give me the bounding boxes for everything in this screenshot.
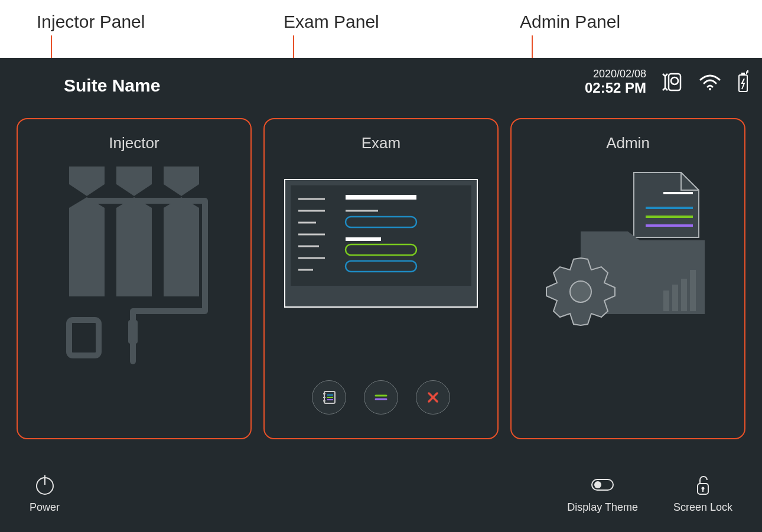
svg-point-1	[709, 88, 711, 90]
topbar: Suite Name 2020/02/08 02:52 PM	[0, 58, 762, 99]
injector-title: Injector	[18, 134, 250, 152]
bottombar: Power Display Theme Screen Lock	[0, 473, 762, 520]
suite-name: Suite Name	[64, 76, 160, 96]
list-button[interactable]	[364, 380, 398, 414]
power-label: Power	[30, 501, 60, 514]
svg-rect-37	[672, 285, 678, 311]
svg-rect-18	[346, 237, 381, 241]
diagram-callouts: Injector Panel Exam Panel Admin Panel	[0, 0, 762, 58]
svg-rect-0	[669, 74, 680, 90]
lock-label: Screen Lock	[673, 501, 732, 514]
battery-icon	[736, 70, 750, 94]
notebook-button[interactable]	[312, 380, 346, 414]
display-theme-toggle[interactable]: Display Theme	[567, 473, 638, 514]
connection-icon	[660, 70, 684, 94]
unlock-icon	[673, 473, 732, 497]
callout-injector: Injector Panel	[37, 12, 145, 32]
injector-panel[interactable]: Injector	[17, 118, 252, 439]
status-area: 2020/02/08 02:52 PM	[585, 68, 750, 96]
toggle-icon	[567, 473, 638, 497]
injector-graphic	[18, 167, 250, 438]
svg-rect-36	[663, 291, 669, 311]
svg-rect-4	[69, 320, 99, 355]
svg-point-44	[594, 481, 601, 488]
svg-rect-7	[291, 185, 471, 286]
svg-rect-3	[741, 73, 745, 75]
exam-panel[interactable]: Exam	[263, 118, 499, 439]
admin-panel[interactable]: Admin	[510, 118, 745, 439]
svg-rect-39	[690, 270, 696, 311]
screen-lock-button[interactable]: Screen Lock	[673, 473, 732, 514]
admin-title: Admin	[512, 134, 744, 152]
status-time: 02:52 PM	[585, 80, 646, 96]
exam-title: Exam	[265, 134, 497, 152]
close-button[interactable]	[416, 380, 450, 414]
power-icon	[30, 473, 60, 497]
admin-graphic	[512, 167, 744, 438]
svg-rect-5	[128, 320, 138, 344]
callout-admin: Admin Panel	[520, 12, 620, 32]
app-shell: Suite Name 2020/02/08 02:52 PM	[0, 58, 762, 532]
exam-action-buttons	[265, 380, 497, 414]
power-button[interactable]: Power	[30, 473, 60, 514]
status-date: 2020/02/08	[585, 68, 646, 80]
datetime: 2020/02/08 02:52 PM	[585, 68, 646, 96]
callout-exam: Exam Panel	[284, 12, 379, 32]
wifi-icon	[698, 73, 722, 92]
svg-rect-38	[681, 279, 687, 311]
panels-row: Injector	[17, 118, 745, 439]
svg-rect-15	[346, 195, 416, 200]
svg-point-40	[570, 281, 591, 302]
theme-label: Display Theme	[567, 501, 638, 514]
